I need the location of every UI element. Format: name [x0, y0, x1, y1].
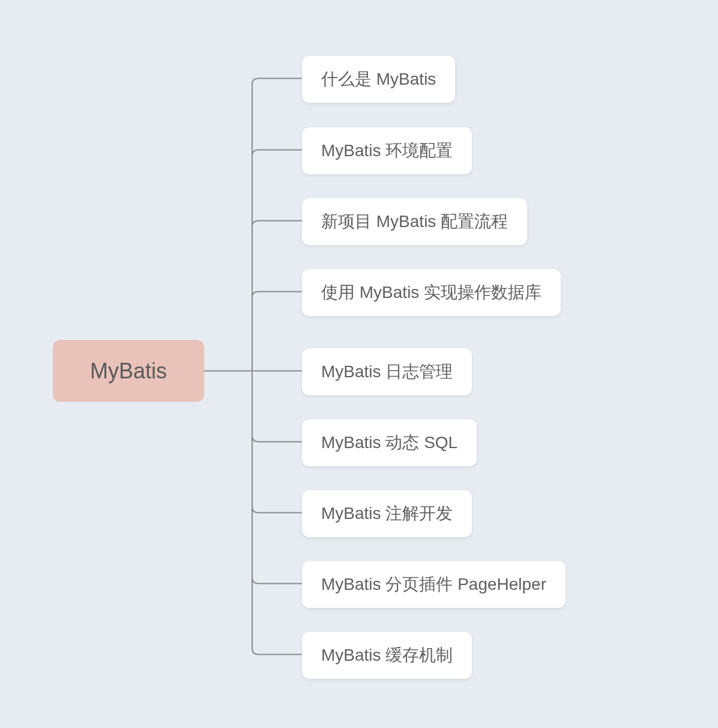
root-label: MyBatis — [90, 359, 167, 384]
child-node-8[interactable]: MyBatis 缓存机制 — [302, 632, 472, 679]
child-label: MyBatis 分页插件 PageHelper — [321, 575, 546, 593]
mindmap-canvas: MyBatis 什么是 MyBatis MyBatis 环境配置 新项目 MyB… — [0, 0, 718, 728]
child-node-3[interactable]: 使用 MyBatis 实现操作数据库 — [302, 269, 561, 316]
child-node-6[interactable]: MyBatis 注解开发 — [302, 490, 472, 537]
child-label: MyBatis 注解开发 — [321, 504, 453, 523]
child-node-2[interactable]: 新项目 MyBatis 配置流程 — [302, 198, 527, 245]
child-label: MyBatis 环境配置 — [321, 141, 453, 160]
child-label: MyBatis 缓存机制 — [321, 646, 453, 664]
child-label: 使用 MyBatis 实现操作数据库 — [321, 283, 542, 302]
child-label: 新项目 MyBatis 配置流程 — [321, 212, 508, 231]
child-node-4[interactable]: MyBatis 日志管理 — [302, 348, 472, 395]
child-label: MyBatis 动态 SQL — [321, 433, 457, 452]
child-node-1[interactable]: MyBatis 环境配置 — [302, 127, 472, 174]
child-node-5[interactable]: MyBatis 动态 SQL — [302, 419, 477, 466]
child-label: 什么是 MyBatis — [321, 70, 436, 88]
child-label: MyBatis 日志管理 — [321, 362, 453, 381]
child-node-0[interactable]: 什么是 MyBatis — [302, 56, 455, 103]
child-node-7[interactable]: MyBatis 分页插件 PageHelper — [302, 561, 566, 608]
root-node[interactable]: MyBatis — [53, 340, 204, 402]
